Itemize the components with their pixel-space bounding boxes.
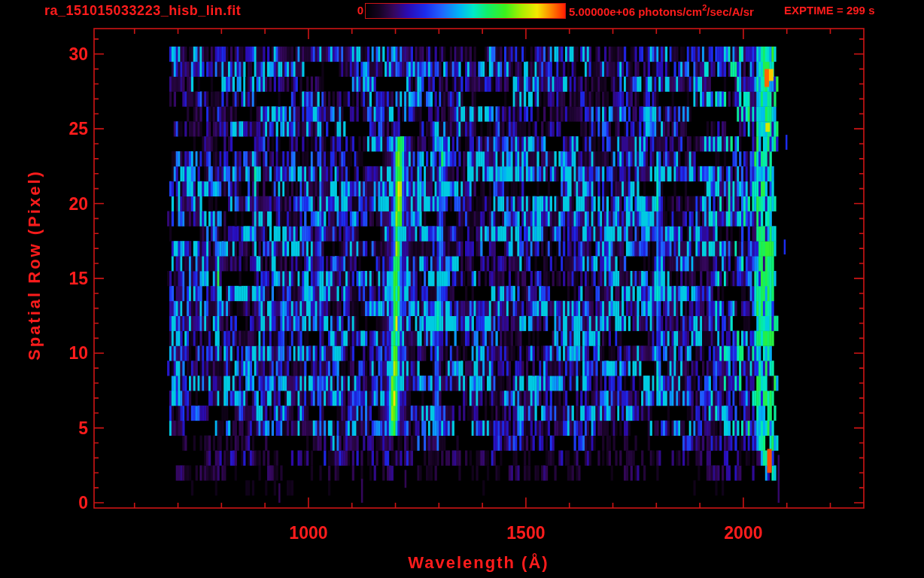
x-tick-label: 2000: [724, 525, 762, 542]
spectrogram-canvas: [0, 0, 924, 578]
colorbar-max-label: 5.00000e+06 photons/cm2/sec/A/sr: [569, 5, 754, 17]
exptime-label: EXPTIME = 299 s: [784, 5, 874, 16]
y-tick-label: 5: [78, 420, 88, 437]
idl-plot-window: ra_151015033223_hisb_lin.fit 0 5.00000e+…: [0, 0, 924, 578]
x-tick-label: 1000: [289, 525, 327, 542]
x-tick-label: 1500: [506, 525, 545, 542]
y-tick-label: 30: [68, 46, 88, 63]
y-tick-label: 15: [68, 270, 88, 287]
y-axis-title: Spatial Row (Pixel): [25, 169, 44, 360]
colorbar-max-value: 5.00000e+06 photons/cm: [569, 5, 702, 18]
y-tick-label: 25: [68, 120, 88, 138]
colorbar: [365, 3, 566, 19]
colorbar-units-superscript: 2: [702, 3, 707, 12]
colorbar-units-tail: /sec/A/sr: [707, 5, 754, 18]
plot-title: ra_151015033223_hisb_lin.fit: [44, 3, 241, 19]
y-tick-label: 10: [68, 345, 88, 362]
y-tick-label: 0: [78, 494, 88, 512]
colorbar-min-label: 0: [357, 5, 363, 16]
y-tick-label: 20: [68, 196, 88, 213]
x-axis-title: Wavelength (Å): [408, 553, 549, 573]
